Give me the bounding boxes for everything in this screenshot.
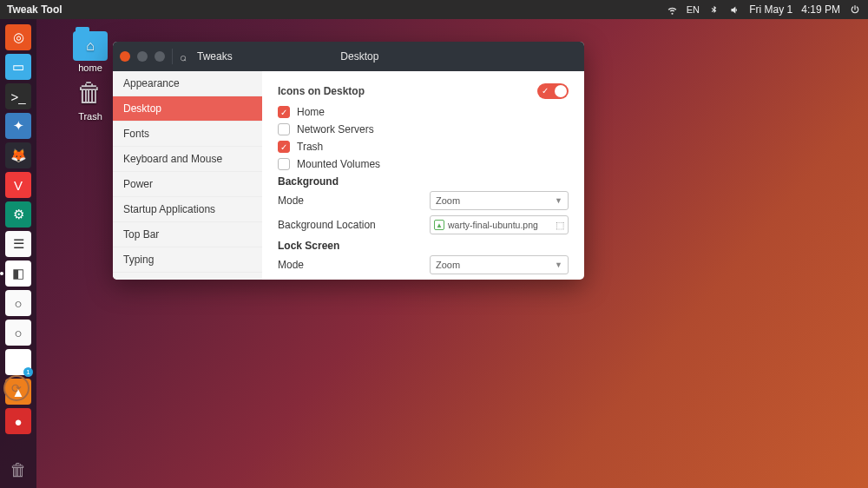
launcher-app8-icon[interactable]: ☰	[5, 231, 31, 257]
launcher-dock: ◎ ▭ >_ ✦ 🦊 V ⚙ ☰ ◧ ○ ○ 🛍1 ▲ ● ⟳ 🗑	[0, 19, 36, 488]
top-bar: Tweak Tool EN Fri May 1 4:19 PM	[0, 0, 868, 19]
launcher-app4-icon[interactable]: ✦	[5, 113, 31, 139]
network-checkbox[interactable]	[278, 123, 290, 135]
icons-on-desktop-switch[interactable]	[537, 83, 569, 99]
mounted-checkbox-label: Mounted Volumes	[297, 158, 380, 170]
sidebar-item-startup[interactable]: Startup Applications	[113, 197, 262, 222]
background-heading: Background	[278, 175, 569, 188]
folder-icon	[73, 31, 108, 61]
sidebar-item-desktop[interactable]: Desktop	[113, 96, 262, 122]
bg-location-chooser[interactable]: ▲ warty-final-ubuntu.png ⬚	[430, 215, 569, 234]
window-close-button[interactable]	[120, 51, 130, 62]
lockscreen-heading: Lock Screen	[278, 240, 569, 252]
desktop-trash-label: Trash	[78, 111, 102, 122]
bg-mode-label: Mode	[278, 195, 430, 207]
topbar-status-area: EN Fri May 1 4:19 PM	[666, 3, 861, 16]
tweaks-content: Icons on Desktop ✓ Home Network Servers …	[262, 71, 584, 280]
sidebar-item-fonts[interactable]: Fonts	[113, 122, 262, 147]
topbar-time[interactable]: 4:19 PM	[801, 3, 840, 16]
launcher-trash-icon[interactable]: 🗑	[5, 457, 31, 483]
launcher-swirl-icon[interactable]: ⟳	[3, 375, 30, 401]
bluetooth-icon[interactable]	[707, 3, 720, 16]
launcher-files-icon[interactable]: ▭	[5, 54, 31, 80]
power-icon[interactable]	[849, 3, 861, 16]
trash-icon: 🗑	[76, 80, 104, 109]
launcher-dash-icon[interactable]: ◎	[5, 24, 31, 50]
sidebar-item-typing[interactable]: Typing	[113, 247, 262, 273]
volume-icon[interactable]	[728, 3, 740, 16]
icons-on-desktop-heading: Icons on Desktop	[278, 85, 537, 97]
launcher-green-icon[interactable]: ⚙	[5, 201, 31, 228]
topbar-date[interactable]: Fri May 1	[749, 3, 792, 16]
bg-location-value: warty-final-ubuntu.png	[448, 220, 538, 230]
sidebar-item-windows[interactable]: Windows	[113, 273, 262, 280]
image-file-icon: ▲	[434, 220, 444, 230]
sidebar-item-keyboard[interactable]: Keyboard and Mouse	[113, 147, 262, 172]
launcher-app11-icon[interactable]: ○	[5, 320, 31, 346]
network-checkbox-label: Network Servers	[297, 123, 374, 135]
keyboard-lang[interactable]: EN	[687, 3, 699, 16]
sidebar-item-topbar[interactable]: Top Bar	[113, 222, 262, 247]
launcher-software-icon[interactable]: 🛍1	[5, 349, 31, 375]
desktop-home-label: home	[78, 63, 102, 73]
window-titlebar[interactable]: ⌕ Tweaks Desktop	[113, 42, 584, 71]
launcher-red-icon[interactable]: ●	[5, 408, 31, 434]
bg-mode-select[interactable]: Zoom ▼	[430, 191, 569, 210]
desktop-trash-icon[interactable]: 🗑 Trash	[66, 80, 115, 122]
launcher-vivaldi-icon[interactable]: V	[5, 172, 31, 198]
tweaks-window: ⌕ Tweaks Desktop Appearance Desktop Font…	[113, 42, 584, 280]
launcher-app10-icon[interactable]: ○	[5, 290, 31, 316]
bg-mode-value: Zoom	[436, 195, 460, 206]
file-open-icon: ⬚	[556, 220, 564, 231]
trash-checkbox[interactable]: ✓	[278, 141, 290, 153]
desktop-home-icon[interactable]: home	[66, 31, 115, 73]
launcher-tweaks-icon[interactable]: ◧	[5, 260, 31, 287]
topbar-app-title: Tweak Tool	[7, 3, 62, 16]
sidebar-item-power[interactable]: Power	[113, 172, 262, 197]
search-icon[interactable]: ⌕	[180, 50, 187, 63]
mounted-checkbox[interactable]	[278, 158, 290, 170]
tweaks-sidebar: Appearance Desktop Fonts Keyboard and Mo…	[113, 71, 262, 280]
home-checkbox-label: Home	[297, 106, 325, 118]
home-checkbox[interactable]: ✓	[278, 106, 290, 118]
chevron-down-icon: ▼	[555, 260, 562, 269]
launcher-firefox-icon[interactable]: 🦊	[5, 142, 31, 168]
ls-mode-label: Mode	[278, 259, 430, 271]
launcher-terminal-icon[interactable]: >_	[5, 83, 31, 109]
window-title: Desktop	[135, 50, 584, 63]
bg-location-label: Background Location	[278, 219, 430, 231]
ls-mode-value: Zoom	[436, 260, 460, 270]
wifi-icon[interactable]	[666, 3, 678, 16]
ls-mode-select[interactable]: Zoom ▼	[430, 255, 569, 274]
trash-checkbox-label: Trash	[297, 141, 323, 153]
chevron-down-icon: ▼	[555, 196, 562, 205]
sidebar-item-appearance[interactable]: Appearance	[113, 71, 262, 96]
